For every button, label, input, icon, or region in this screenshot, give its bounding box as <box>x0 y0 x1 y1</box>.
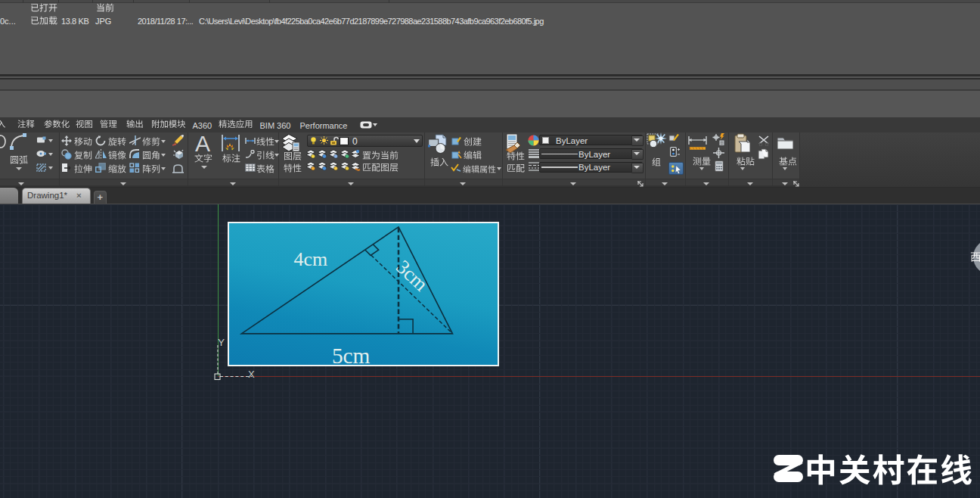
svg-text:5cm: 5cm <box>332 344 371 366</box>
svg-text:4cm: 4cm <box>293 248 327 270</box>
